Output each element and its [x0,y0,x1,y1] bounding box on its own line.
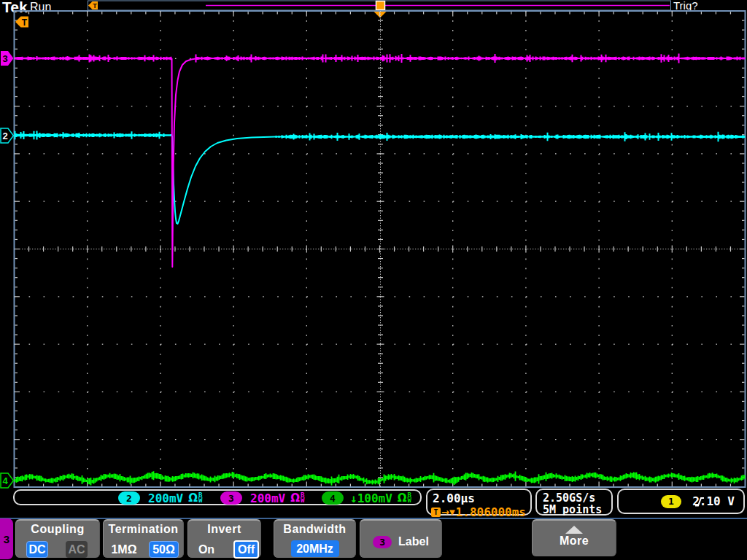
invert-off-button[interactable]: Off [233,540,259,559]
oscilloscope-screen: Tek Run Trig? T T 3 2 4 [0,0,747,560]
timebase-scale: 2.00µs [427,490,530,505]
svg-text:T: T [93,2,97,9]
ch3-badge: 3 [220,491,242,505]
ch2-badge: 2 [118,491,140,505]
delay-arrow-icon: → [441,507,449,518]
ch2-impedance: Ω [188,491,198,505]
ch4-bandwidth-flag: BW [408,493,411,503]
ch3-impedance: Ω [290,491,300,505]
coupling-ac-button[interactable]: AC [66,541,88,558]
ch2-scale: 200mV [148,491,183,505]
sample-rate: 2.50GS/s [543,492,611,504]
trigger-level: 2.10 V [692,494,735,508]
scope-display: Tek Run Trig? T T 3 2 4 [0,0,747,489]
label-title: Label [398,535,429,548]
ch4-impedance: Ω [398,491,407,505]
label-menu[interactable]: 3 Label [360,519,442,558]
ch2-bandwidth-flag: BW [198,493,202,503]
ch4-scale: ↓100mV [350,491,392,505]
trigger-icon: T [431,508,441,517]
ch2-readout[interactable]: 2 200mV Ω BW [118,491,202,505]
invert-menu[interactable]: Invert On Off [187,519,261,558]
trig-status: Trig? [673,0,698,12]
menu-channel-tab: 3 [0,518,13,559]
ch3-readout[interactable]: 3 200mV Ω BW [220,491,304,505]
more-button[interactable]: More [532,519,616,556]
termination-1m-button[interactable]: 1MΩ [107,541,142,558]
ch4-readout[interactable]: 4 ↓100mV Ω BW [322,491,411,505]
bandwidth-value-button[interactable]: 20MHz [291,540,339,557]
termination-title: Termination [104,523,183,536]
ch4-badge: 4 [322,491,344,505]
svg-text:2: 2 [2,131,7,141]
acquisition-readout[interactable]: 2.50GS/s 5M points [535,489,613,516]
trigger-source-badge: 1 [661,495,681,508]
channel-readouts[interactable]: 2 200mV Ω BW 3 200mV Ω BW 4 ↓100mV Ω BW [13,489,422,505]
svg-text:4: 4 [2,475,8,486]
ch3-bandwidth-flag: BW [301,493,304,503]
ch3-scale: 200mV [250,491,285,505]
trigger-level-marker[interactable]: T [15,17,28,28]
more-up-arrow-icon [565,526,583,534]
ch3-ground-marker[interactable]: 3 [1,51,14,66]
trigger-readout[interactable]: 1 2.10 V [617,489,745,514]
invert-title: Invert [188,523,260,536]
coupling-dc-button[interactable]: DC [26,541,48,558]
coupling-title: Coupling [16,523,99,536]
soft-menu-bar: 3 Coupling DC AC Termination 1MΩ 50Ω Inv… [0,518,747,560]
svg-text:T: T [22,18,28,28]
invert-on-button[interactable]: On [194,541,219,558]
more-title: More [533,534,616,548]
termination-menu[interactable]: Termination 1MΩ 50Ω [103,519,184,558]
termination-50-button[interactable]: 50Ω [149,541,179,558]
label-channel-badge: 3 [373,536,392,548]
record-length: 5M points [543,504,611,516]
bandwidth-title: Bandwidth [274,523,355,536]
bandwidth-menu[interactable]: Bandwidth 20MHz [274,519,356,558]
ch4-ground-marker[interactable]: 4 [1,473,14,488]
graticule [15,11,746,487]
delay-marker-icon: ▼ [449,508,455,516]
svg-text:3: 3 [2,53,7,64]
coupling-menu[interactable]: Coupling DC AC [15,519,100,558]
timebase-readout[interactable]: 2.00µs T→▼1.806000ms [426,489,532,516]
ch2-ground-marker[interactable]: 2 [1,128,14,143]
